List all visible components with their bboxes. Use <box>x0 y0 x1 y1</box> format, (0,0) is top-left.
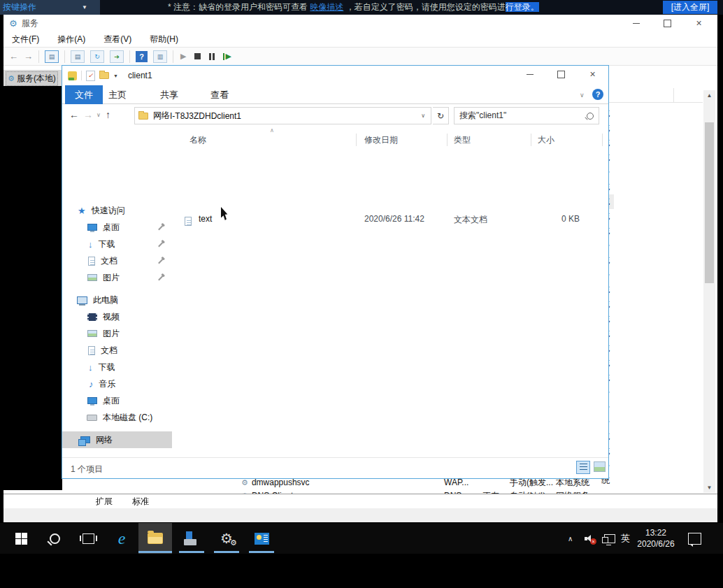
menu-help[interactable]: 帮助(H) <box>150 34 178 45</box>
task-view-button[interactable] <box>71 523 105 554</box>
taskbar-clock[interactable]: 13:22 2020/6/26 <box>633 527 679 550</box>
taskbar-search-button[interactable] <box>38 523 71 554</box>
sidebar-item-this-pc[interactable]: 此电脑 <box>62 292 172 308</box>
language-label: 英 <box>621 532 630 545</box>
sidebar-item-desktop[interactable]: 桌面 <box>62 219 172 236</box>
tray-show-hidden-icons[interactable]: ∧ <box>568 523 573 554</box>
sidebar-item-quick-access[interactable]: ★ 快速访问 <box>62 202 172 219</box>
back-icon[interactable]: ← <box>9 51 18 62</box>
column-date-modified[interactable]: 修改日期 <box>364 134 398 146</box>
properties-check-icon[interactable]: ✓ <box>86 71 95 81</box>
open-app-underline <box>179 551 204 553</box>
tab-standard[interactable]: 标准 <box>124 495 157 508</box>
restart-service-button[interactable]: ▶ <box>223 52 231 61</box>
start-service-button[interactable]: ▶ <box>180 52 186 61</box>
internet-explorer-button[interactable]: e <box>105 523 138 554</box>
forward-icon[interactable]: → <box>24 51 33 62</box>
pause-service-button[interactable] <box>209 53 215 60</box>
menu-file[interactable]: 文件(F) <box>12 34 39 45</box>
image-description-link[interactable]: 映像描述 <box>310 2 343 12</box>
scroll-up-icon[interactable]: ▲ <box>703 90 715 101</box>
sidebar-item-desktop-pc[interactable]: 桌面 <box>62 392 172 409</box>
search-icon <box>50 533 60 544</box>
desktop-icon <box>87 397 97 404</box>
search-input[interactable]: 搜索"client1" <box>454 107 599 124</box>
column-size[interactable]: 大小 <box>538 134 554 146</box>
new-folder-icon[interactable] <box>99 72 109 79</box>
services-app-button[interactable]: ⚙⚙ <box>210 523 243 554</box>
breadcrumb-network[interactable]: 网络 <box>153 110 170 122</box>
services-local-node[interactable]: ⚙ 服务(本地) <box>6 71 58 86</box>
stop-service-button[interactable] <box>194 53 201 59</box>
menu-view[interactable]: 查看(V) <box>103 34 131 45</box>
up-icon[interactable]: ↑ <box>106 109 110 120</box>
file-row-text[interactable]: text 2020/6/26 11:42 文本文档 0 KB <box>172 214 592 229</box>
customize-qat-chevron-icon[interactable]: ▼ <box>113 73 118 78</box>
service-name: dmwappushsvc <box>252 478 310 487</box>
show-description-button[interactable]: ▥ <box>153 50 167 63</box>
address-bar[interactable]: 网络 I-T8J3ZDHD client1 ∨ <box>134 107 431 124</box>
maximize-icon <box>557 71 565 78</box>
services-maximize-button[interactable] <box>652 15 683 31</box>
breadcrumb-client1[interactable]: client1 <box>217 111 241 121</box>
services-minimize-button[interactable] <box>620 15 652 31</box>
explorer-maximize-button[interactable] <box>545 66 577 83</box>
enter-fullscreen-button[interactable]: [进入全屏] <box>663 1 717 14</box>
breadcrumb-computer[interactable]: I-T8J3ZDHD <box>170 111 217 121</box>
sidebar-item-downloads[interactable]: ↓ 下载 <box>62 236 172 252</box>
column-divider[interactable] <box>531 134 531 146</box>
file-explorer-button[interactable] <box>138 523 172 554</box>
properties-button[interactable]: ▤ <box>71 50 85 63</box>
recent-locations-chevron-icon[interactable]: ∨ <box>96 112 101 118</box>
explorer-minimize-button[interactable] <box>514 66 545 83</box>
address-dropdown-chevron-icon[interactable]: ∨ <box>421 113 425 119</box>
column-name[interactable]: 名称 <box>189 134 206 146</box>
scrollbar-thumb[interactable] <box>705 122 714 283</box>
tab-view[interactable]: 查看 <box>210 85 229 104</box>
sidebar-item-documents-pc[interactable]: 文档 <box>62 342 172 359</box>
column-divider[interactable] <box>602 134 603 146</box>
details-view-button[interactable] <box>576 461 590 474</box>
back-icon[interactable]: ← <box>69 109 79 120</box>
network-button[interactable] <box>604 523 615 554</box>
sidebar-item-downloads-pc[interactable]: ↓ 下载 <box>62 359 172 375</box>
action-center-button[interactable] <box>688 523 701 554</box>
column-divider[interactable] <box>447 134 448 146</box>
help-button[interactable]: ? <box>136 51 148 62</box>
explorer-close-button[interactable]: × <box>577 66 608 83</box>
show-console-tree-button[interactable]: ▤ <box>45 50 59 63</box>
refresh-icon[interactable]: ↻ <box>433 107 449 124</box>
sidebar-item-documents[interactable]: 文档 <box>62 252 172 269</box>
system-app-button[interactable] <box>245 523 278 554</box>
tab-file[interactable]: 文件 <box>65 85 103 104</box>
forward-icon[interactable]: → <box>83 109 93 120</box>
expand-ribbon-chevron-icon[interactable]: ∨ <box>580 92 585 99</box>
start-button[interactable] <box>4 523 38 554</box>
sidebar-item-music[interactable]: ♪ 音乐 <box>62 375 172 392</box>
tab-extended[interactable]: 扩展 <box>87 495 121 508</box>
search-icon[interactable] <box>587 113 594 120</box>
volume-button[interactable]: × <box>585 523 594 554</box>
map-network-drive-icon[interactable] <box>68 71 77 80</box>
services-close-button[interactable]: × <box>683 15 715 31</box>
server-manager-button[interactable] <box>175 523 208 554</box>
refresh-button[interactable]: ↻ <box>90 50 104 63</box>
column-divider[interactable] <box>356 134 357 146</box>
sidebar-item-videos[interactable]: 视频 <box>62 308 172 325</box>
tab-home[interactable]: 主页 <box>108 85 127 104</box>
column-type[interactable]: 类型 <box>454 134 471 146</box>
active-app-underline <box>138 551 172 553</box>
large-icons-view-button[interactable] <box>594 461 606 472</box>
sidebar-item-pictures[interactable]: 图片 <box>62 269 172 286</box>
help-icon[interactable]: ? <box>592 89 603 100</box>
sidebar-item-pictures-pc[interactable]: 图片 <box>62 325 172 342</box>
export-list-button[interactable]: ➔ <box>110 50 124 63</box>
key-operation-dropdown[interactable]: 按键操作 ▼ <box>0 0 100 15</box>
scroll-down-icon[interactable]: ▼ <box>703 482 715 493</box>
services-scrollbar[interactable]: ▲ ▼ <box>703 90 715 493</box>
menu-action[interactable]: 操作(A) <box>57 34 85 45</box>
sidebar-item-network[interactable]: 网络 <box>62 431 172 448</box>
input-language-button[interactable]: 英 <box>621 523 630 554</box>
tab-share[interactable]: 共享 <box>160 85 178 104</box>
sidebar-item-local-disk-c[interactable]: 本地磁盘 (C:) <box>62 409 172 426</box>
